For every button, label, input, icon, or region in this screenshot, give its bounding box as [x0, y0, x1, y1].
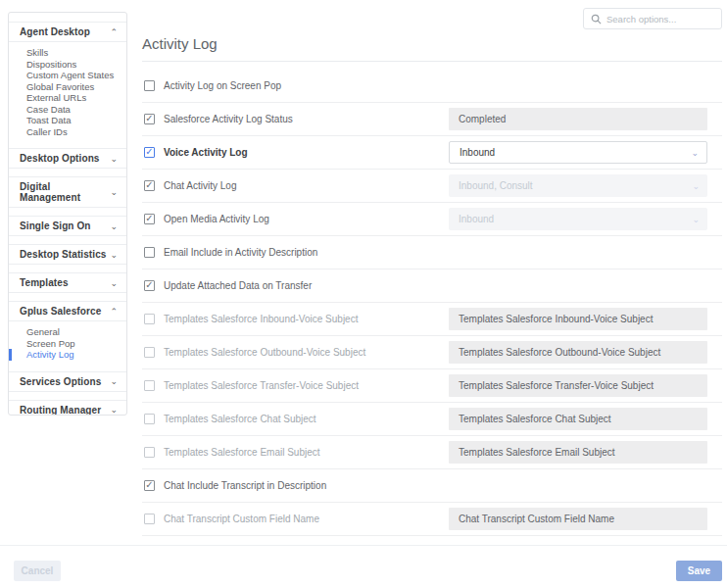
sidebar-item-list: GeneralScreen PopActivity Log: [9, 321, 126, 364]
sidebar-item-global-favorites[interactable]: Global Favorites: [9, 81, 126, 93]
form-row-toggle[interactable]: ✓Chat Include Transcript in Description: [142, 480, 722, 491]
chevron-down-icon: ⌄: [110, 251, 118, 259]
form-row-toggle[interactable]: ✓Open Media Activity Log: [142, 214, 449, 224]
form-row-toggle[interactable]: ✓Salesforce Activity Log Status: [142, 114, 449, 124]
form-row-label: Chat Transcript Custom Field Name: [164, 514, 319, 524]
cancel-button: Cancel: [14, 561, 61, 581]
sidebar-sections: Agent Desktop⌃SkillsDispositionsCustom A…: [9, 22, 126, 416]
sidebar-item-list: SkillsDispositionsCustom Agent StatesGlo…: [9, 42, 126, 140]
text-input[interactable]: Templates Salesforce Outbound-Voice Subj…: [449, 341, 707, 364]
checkbox-unchecked[interactable]: [144, 247, 155, 258]
form-row: Templates Salesforce Inbound-Voice Subje…: [142, 303, 722, 336]
sidebar-section-header[interactable]: Digital Management⌄: [9, 176, 126, 208]
form-row-toggle[interactable]: Email Include in Activity Description: [142, 247, 722, 258]
form-row-toggle[interactable]: Templates Salesforce Email Subject: [142, 447, 449, 458]
checkbox-unchecked[interactable]: [144, 347, 155, 358]
text-input[interactable]: Templates Salesforce Inbound-Voice Subje…: [449, 308, 707, 330]
sidebar-item-general[interactable]: General: [9, 326, 126, 338]
form-row-label: Templates Salesforce Outbound-Voice Subj…: [164, 347, 365, 358]
sidebar-item-caller-ids[interactable]: Caller IDs: [9, 126, 126, 138]
sidebar-section: Desktop Options⌄: [9, 148, 126, 169]
chevron-down-icon: ⌄: [110, 188, 118, 196]
text-input[interactable]: Completed: [449, 108, 707, 130]
form-row: ✓Update Attached Data on Transfer: [142, 270, 722, 303]
chevron-down-icon: ⌄: [692, 182, 700, 190]
form-row: ✓Open Media Activity LogInbound⌄: [142, 203, 722, 236]
select-value: Inbound, Consult: [459, 180, 533, 191]
form-row-label: Activity Log on Screen Pop: [164, 80, 281, 91]
checkbox-unchecked[interactable]: [144, 314, 155, 324]
search-input[interactable]: [606, 14, 714, 24]
form-row-toggle[interactable]: ✓Chat Activity Log: [142, 180, 449, 191]
chevron-down-icon: ⌄: [110, 377, 118, 385]
checkmark-icon: ✓: [145, 147, 153, 157]
form-row-toggle[interactable]: ✓Voice Activity Log: [142, 147, 449, 158]
checkbox-checked[interactable]: ✓: [144, 480, 155, 491]
sidebar-section-header[interactable]: Gplus Salesforce⌃: [9, 301, 126, 321]
sidebar-section: Single Sign On⌄: [9, 216, 126, 236]
sidebar-section-header[interactable]: Desktop Statistics⌄: [9, 244, 126, 265]
sidebar-section-header[interactable]: Single Sign On⌄: [9, 216, 126, 236]
checkbox-unchecked[interactable]: [144, 447, 155, 458]
checkbox-checked[interactable]: ✓: [144, 214, 155, 224]
form-row: ✓Chat Activity LogInbound, Consult⌄: [142, 170, 722, 203]
sidebar-section: Desktop Statistics⌄: [9, 244, 126, 265]
checkbox-unchecked[interactable]: [144, 414, 155, 424]
sidebar-item-custom-agent-states[interactable]: Custom Agent States: [9, 70, 126, 81]
form-row-toggle[interactable]: Chat Transcript Custom Field Name: [142, 514, 449, 524]
select-input[interactable]: Inbound⌄: [449, 141, 707, 164]
form-row-toggle[interactable]: Templates Salesforce Chat Subject: [142, 414, 449, 424]
sidebar-item-toast-data[interactable]: Toast Data: [9, 115, 126, 126]
sidebar-item-dispositions[interactable]: Dispositions: [9, 59, 126, 71]
form-row-label: Update Attached Data on Transfer: [164, 280, 312, 291]
form-row-toggle[interactable]: ✓Update Attached Data on Transfer: [142, 280, 722, 291]
sidebar-item-case-data[interactable]: Case Data: [9, 104, 126, 116]
checkmark-icon: ✓: [145, 214, 153, 223]
sidebar-section-header[interactable]: Services Options⌄: [9, 371, 126, 392]
form-row-toggle[interactable]: Templates Salesforce Transfer-Voice Subj…: [142, 380, 449, 391]
form-row-toggle[interactable]: Templates Salesforce Outbound-Voice Subj…: [142, 347, 449, 358]
checkmark-icon: ✓: [145, 180, 153, 190]
checkbox-unchecked[interactable]: [144, 80, 155, 91]
checkbox-checked[interactable]: ✓: [144, 114, 155, 124]
search-icon: [591, 14, 602, 24]
sidebar-section-header[interactable]: Templates⌄: [9, 272, 126, 293]
form-row-label: Chat Activity Log: [164, 180, 236, 191]
text-input[interactable]: Templates Salesforce Chat Subject: [449, 408, 707, 430]
chevron-down-icon: ⌄: [691, 149, 699, 157]
sidebar-section-label: Routing Manager: [20, 405, 101, 416]
form-row: Activity Log on Screen Pop: [142, 70, 722, 103]
sidebar-section: Services Options⌄: [9, 371, 126, 392]
form-row-label: Templates Salesforce Email Subject: [164, 447, 320, 458]
sidebar-section-label: Templates: [20, 277, 69, 288]
sidebar-item-activity-log[interactable]: Activity Log: [9, 349, 126, 361]
sidebar-section-label: Single Sign On: [20, 220, 91, 231]
checkbox-unchecked[interactable]: [144, 380, 155, 391]
checkbox-checked[interactable]: ✓: [144, 280, 155, 291]
sidebar-section-label: Desktop Options: [20, 153, 100, 164]
sidebar-item-screen-pop[interactable]: Screen Pop: [9, 338, 126, 350]
sidebar-item-external-urls[interactable]: External URLs: [9, 92, 126, 104]
sidebar-section-header[interactable]: Agent Desktop⌃: [9, 22, 126, 42]
checkbox-checked[interactable]: ✓: [144, 180, 155, 191]
chevron-up-icon: ⌃: [110, 28, 118, 36]
text-input[interactable]: Chat Transcript Custom Field Name: [449, 508, 707, 530]
search-box[interactable]: [583, 8, 722, 29]
checkmark-icon: ✓: [145, 280, 153, 290]
text-input[interactable]: Templates Salesforce Email Subject: [449, 441, 707, 464]
sidebar-item-skills[interactable]: Skills: [9, 47, 126, 59]
sidebar-section: Gplus Salesforce⌃GeneralScreen PopActivi…: [9, 301, 126, 364]
chevron-down-icon: ⌄: [110, 406, 118, 414]
select-value: Inbound: [459, 214, 494, 224]
sidebar-section-label: Gplus Salesforce: [20, 306, 101, 317]
save-button[interactable]: Save: [676, 561, 722, 581]
sidebar-section-header[interactable]: Routing Manager⌄: [9, 400, 126, 416]
form-row-toggle[interactable]: Activity Log on Screen Pop: [142, 80, 722, 91]
sidebar-section-header[interactable]: Desktop Options⌄: [9, 148, 126, 169]
checkbox-unchecked[interactable]: [144, 514, 155, 524]
form-row: Chat Transcript Custom Field NameChat Tr…: [142, 503, 722, 536]
checkbox-checked[interactable]: ✓: [144, 147, 155, 158]
text-input[interactable]: Templates Salesforce Transfer-Voice Subj…: [449, 374, 707, 397]
sidebar-section: Agent Desktop⌃SkillsDispositionsCustom A…: [9, 22, 126, 140]
form-row-toggle[interactable]: Templates Salesforce Inbound-Voice Subje…: [142, 314, 449, 324]
